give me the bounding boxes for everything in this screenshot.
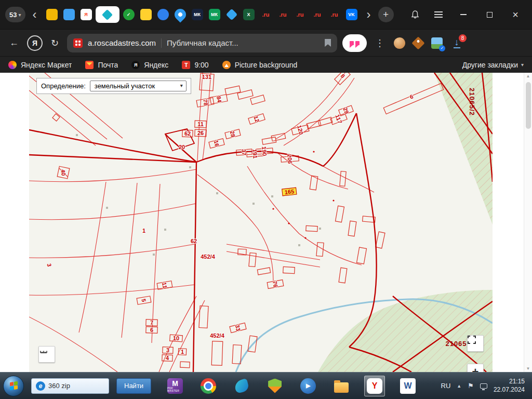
refresh-icon[interactable]: ↻ [48,37,62,49]
taskbar-app-yandex-browser[interactable]: Y [364,376,385,396]
yandex-search-icon: Я [81,9,92,20]
folder-icon [334,382,349,393]
bookmark-flag-icon[interactable] [325,39,331,47]
tray-date: 22.07.2024 [494,386,525,394]
taskbar-app-folder[interactable] [331,376,352,396]
tab-map-pin[interactable] [172,6,188,23]
tab-vk[interactable]: VK [344,6,360,23]
tab-bubble-blue[interactable] [155,6,171,23]
check-green-icon: ✓ [123,9,135,20]
ru-4-icon: .ru [312,9,323,20]
bookmark-picture-background[interactable]: Picture background [222,61,298,69]
scrollbar-thumb[interactable] [526,82,531,129]
tab-mk-green[interactable]: МК [207,6,222,23]
bookmark-yandex-market[interactable]: Яндекс Маркет [8,61,72,69]
tab-check-green[interactable]: ✓ [121,6,137,23]
tab-ru-5[interactable]: .ru [327,6,342,23]
market-icon [8,61,17,69]
start-button[interactable] [3,376,24,396]
other-bookmarks-label: Другие закладки [462,61,518,69]
legend-button[interactable] [38,346,55,363]
network-monitor-icon[interactable] [480,383,487,389]
vk-icon: VK [346,9,357,20]
taskbar-search-box[interactable]: e 360 zip [31,378,109,394]
tab-ru-3[interactable]: .ru [292,6,308,23]
new-tab-button[interactable]: + [378,7,394,22]
system-tray: RU ▲ ⚑ 21:15 22.07.2024 [441,378,529,394]
yandex-browser-icon: Y [367,378,382,394]
other-bookmarks[interactable]: Другие закладки ▾ [462,61,524,69]
tab-gem-blue[interactable] [224,6,240,23]
minimize-button[interactable] [452,6,475,23]
downloads-button[interactable]: ↓ 8 [449,35,464,51]
fullscreen-button[interactable] [467,335,484,352]
taskbar-app-security-shield[interactable] [264,376,285,396]
avatar-icon [394,37,405,49]
taskbar-app-word[interactable]: W [397,376,418,396]
extension-photo[interactable]: ✓ [430,36,444,50]
tabs-scroll-left-icon[interactable]: ‹ [29,8,41,21]
tray-time: 21:15 [494,378,525,386]
tab-strip: Я✓МКМКX.ru.ru.ru.ru.ruVK [44,6,360,23]
tag-icon [411,36,424,49]
tab-counter[interactable]: 53 ▾ [5,7,25,22]
clock[interactable]: 21:15 22.07.2024 [494,378,525,394]
zoom-in-button[interactable]: + [467,364,484,372]
address-bar: ← Я ↻ a.roscadastres.com Публичная кадас… [0,29,532,56]
action-center-flag-icon[interactable]: ⚑ [468,382,474,390]
omnibox[interactable]: a.roscadastres.com Публичная кадаст... [67,34,337,52]
bookmark-yandex[interactable]: Яндекс [131,61,168,69]
tab-ru-4[interactable]: .ru [310,6,325,23]
language-indicator[interactable]: RU [441,382,451,390]
tab-cadastre[interactable] [96,6,119,23]
tab-ru-2[interactable]: .ru [275,6,291,23]
close-button[interactable]: × [504,6,527,23]
definition-filter: Определение: земельный участок ▾ [36,78,191,94]
tab-excel-green[interactable]: X [241,6,257,23]
find-button[interactable]: Найти [116,378,151,394]
bookmark-mail[interactable]: Почта [85,61,118,69]
bookmark-label: Яндекс [144,61,168,69]
taskbar-app-pdf-master[interactable]: MPDF MASTER [165,376,185,396]
taskbar-app-chrome[interactable] [198,376,219,396]
tab-bar: 53 ▾ ‹ Я✓МКМКX.ru.ru.ru.ru.ruVK › + × [0,0,532,29]
bookmark-tbank[interactable]: 9:00 [182,61,208,69]
yandex-home-button[interactable]: Я [27,35,43,51]
tab-ru-1[interactable]: .ru [258,6,274,23]
cadastral-map[interactable]: 1318478112662201628123719119012011729206… [29,73,493,372]
extension-avatar[interactable] [393,36,406,50]
definition-select[interactable]: земельный участок ▾ [90,81,187,91]
bookmark-label: Picture background [235,61,298,69]
site-favicon [73,38,83,48]
tab-doc-yellow-2[interactable] [138,6,154,23]
tabs-scroll-right-icon[interactable]: › [363,8,375,21]
excel-green-icon: X [243,9,255,20]
taskbar: e 360 zip Найти MPDF MASTER▶YW RU ▲ ⚑ 21… [0,372,532,399]
word-icon: W [400,378,416,394]
tray-expand-icon[interactable]: ▲ [457,383,461,389]
ru-3-icon: .ru [295,9,306,20]
definition-value: земельный участок [95,82,155,90]
collections-button[interactable] [342,34,367,52]
back-icon[interactable]: ← [6,37,22,48]
tab-yandex-search[interactable]: Я [78,6,94,23]
windows-flag-icon [10,381,18,390]
bookmark-label: 9:00 [194,61,208,69]
map-artwork [29,73,493,372]
taskbar-app-media-player[interactable]: ▶ [298,376,318,396]
more-options-icon[interactable]: ⋮ [372,37,388,49]
page-scrollbar[interactable]: ▲ ▼ [524,73,532,372]
scroll-down-icon[interactable]: ▼ [526,366,530,371]
tab-doc-yellow[interactable] [44,6,60,23]
tab-chat-blue[interactable] [61,6,77,23]
scroll-up-icon[interactable]: ▲ [526,74,530,78]
tbank-icon [182,61,190,69]
taskbar-app-hummingbird[interactable] [231,376,252,396]
quote-icon [355,41,360,45]
maximize-button[interactable] [478,6,501,23]
tab-mk-dark[interactable]: МК [190,6,205,23]
ru-1-icon: .ru [260,9,272,20]
notifications-bell-icon[interactable] [405,10,425,19]
menu-icon[interactable] [428,11,449,18]
extension-tag[interactable] [411,36,425,50]
